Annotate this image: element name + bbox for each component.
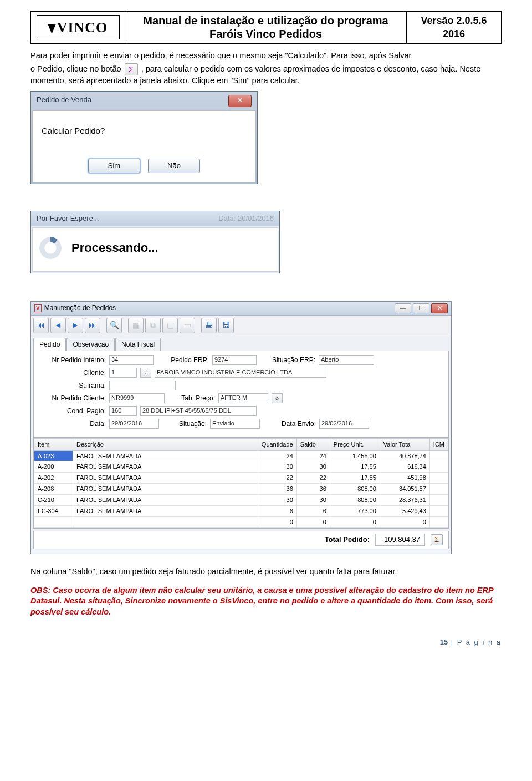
lbl-pedido-erp: Pedido ERP: <box>157 356 209 364</box>
lbl-nr-pedido-interno: Nr Pedido Interno: <box>40 356 106 364</box>
cell-icm <box>429 450 448 462</box>
processing-date-label: Data: <box>218 214 236 222</box>
items-table: Item Descrição Quantidade Saldo Preço Un… <box>34 438 448 528</box>
table-row[interactable]: A-023FAROL SEM LAMPADA24241.455,0040.878… <box>34 450 448 462</box>
sim-button[interactable]: Sim <box>88 159 140 173</box>
cell-unit: 1.455,00 <box>330 450 380 462</box>
cell-item: FC-304 <box>34 505 73 516</box>
minimize-icon[interactable]: — <box>395 303 411 313</box>
window-manutencao-pedidos: V Manutenção de Pedidos — ☐ ✕ ⏮ ◄ ► ⏭ 🔍 … <box>30 301 452 554</box>
table-row[interactable]: A-200FAROL SEM LAMPADA303017,55616,34 <box>34 462 448 473</box>
lbl-suframa: Suframa: <box>40 381 106 390</box>
cell-icm <box>429 484 448 495</box>
col-saldo: Saldo <box>296 438 330 450</box>
val-tab-preco[interactable]: AFTER M <box>218 393 268 403</box>
cell-item: A-200 <box>34 462 73 473</box>
cell-saldo: 24 <box>296 450 330 462</box>
val-cliente-nome[interactable]: FAROIS VINCO INDUSTRIA E COMERCIO LTDA <box>155 368 326 378</box>
vinco-small-icon: V <box>34 304 42 313</box>
dialog-body: Calcular Pedido? Sim Não <box>32 110 256 182</box>
save-icon[interactable]: 🖫 <box>218 318 234 333</box>
first-icon[interactable]: ⏮ <box>33 318 49 333</box>
val-pedido-erp[interactable]: 9274 <box>212 355 257 365</box>
page-number: 15 <box>440 638 448 646</box>
lookup-cliente-icon[interactable]: ⌕ <box>140 368 151 378</box>
cell-unit: 808,00 <box>330 494 380 505</box>
tab-pedido[interactable]: Pedido <box>33 338 66 351</box>
cell-unit: 773,00 <box>330 505 380 516</box>
tab-nota-fiscal[interactable]: Nota Fiscal <box>115 338 161 351</box>
vinco-logo: ▾ VINCO <box>37 15 120 39</box>
processing-title: Por Favor Espere... <box>37 214 99 224</box>
delete-icon[interactable]: ▢ <box>162 318 178 333</box>
paragraph-1-text: Para poder imprimir e enviar o pedido, é… <box>30 51 411 60</box>
page-text: | P á g i n a <box>448 638 502 646</box>
next-icon[interactable]: ► <box>68 318 83 333</box>
lbl-situacao: Situação: <box>162 419 207 428</box>
table-row[interactable]: FC-304FAROL SEM LAMPADA66773,005.429,43 <box>34 505 448 516</box>
col-unit: Preço Unit. <box>330 438 380 450</box>
cell-desc <box>73 516 258 528</box>
page-footer: 15 | P á g i n a <box>30 637 502 647</box>
close-icon[interactable]: ✕ <box>228 95 252 107</box>
cell-item: C-210 <box>34 494 73 505</box>
lookup-tab-preco-icon[interactable]: ⌕ <box>272 393 283 403</box>
find-icon[interactable]: 🔍 <box>106 318 122 333</box>
val-data[interactable]: 29/02/2016 <box>109 419 159 429</box>
val-situacao-erp[interactable]: Aberto <box>319 355 374 365</box>
table-row[interactable]: C-210FAROL SEM LAMPADA3030808,0028.376,3… <box>34 494 448 505</box>
cell-desc: FAROL SEM LAMPADA <box>73 494 258 505</box>
cell-item: A-208 <box>34 484 73 495</box>
table-row[interactable]: A-208FAROL SEM LAMPADA3636808,0034.051,5… <box>34 484 448 495</box>
cell-unit: 17,55 <box>330 473 380 484</box>
copy-icon[interactable]: ▭ <box>180 318 195 333</box>
table-row[interactable]: 0000 <box>34 516 448 528</box>
col-desc: Descrição <box>73 438 258 450</box>
cell-icm <box>429 473 448 484</box>
total-row: Total Pedido: 109.804,37 Σ <box>33 531 449 549</box>
prev-icon[interactable]: ◄ <box>50 318 66 333</box>
val-nr-pedido-interno[interactable]: 34 <box>109 355 154 365</box>
nao-underline: ã <box>172 161 176 170</box>
val-cliente-cod[interactable]: 1 <box>109 368 137 378</box>
version-line2: 2016 <box>443 27 465 40</box>
col-item: Item <box>34 438 73 450</box>
processing-date: Data: 20/01/2016 <box>218 214 274 224</box>
sum-icon[interactable]: Σ <box>431 534 443 545</box>
window-titlebar: V Manutenção de Pedidos — ☐ ✕ <box>31 302 451 316</box>
cell-icm <box>429 505 448 516</box>
nao-button[interactable]: Não <box>148 159 200 173</box>
col-icm: ICM <box>429 438 448 450</box>
table-header-row: Item Descrição Quantidade Saldo Preço Un… <box>34 438 448 450</box>
print-icon[interactable]: 🖶 <box>201 318 217 333</box>
last-icon[interactable]: ⏭ <box>85 318 100 333</box>
version-line1: Versão 2.0.5.6 <box>421 14 487 27</box>
processing-text: Processando... <box>71 240 158 256</box>
doc-header: ▾ VINCO Manual de instalação e utilizaçã… <box>30 11 502 44</box>
new-icon[interactable]: ▦ <box>128 318 144 333</box>
cell-desc: FAROL SEM LAMPADA <box>73 450 258 462</box>
form-area: Nr Pedido Interno: 34 Pedido ERP: 9274 S… <box>33 351 449 438</box>
doc-version: Versão 2.0.5.6 2016 <box>407 12 501 43</box>
tab-observacao[interactable]: Observação <box>66 338 115 351</box>
obs-paragraph: OBS: Caso ocorra de algum item não calcu… <box>30 585 502 618</box>
close-window-icon[interactable]: ✕ <box>431 303 448 313</box>
window-controls: — ☐ ✕ <box>395 303 448 313</box>
processing-body: Processando... <box>32 227 278 272</box>
lbl-situacao-erp: Situação ERP: <box>260 356 315 364</box>
val-cond-pagto-desc[interactable]: 28 DDL IPI+ST 45/55/65/75 DDL <box>140 406 257 416</box>
doc-title: Manual de instalação e utilização do pro… <box>125 12 407 43</box>
val-suframa[interactable] <box>109 381 176 390</box>
maximize-icon[interactable]: ☐ <box>413 303 429 313</box>
cell-total: 40.878,74 <box>380 450 429 462</box>
dialog-message: Calcular Pedido? <box>42 125 247 136</box>
val-data-envio[interactable]: 29/02/2016 <box>319 419 369 429</box>
cell-unit: 0 <box>330 516 380 528</box>
val-cond-pagto-cod[interactable]: 160 <box>109 406 137 416</box>
table-row[interactable]: A-202FAROL SEM LAMPADA222217,55451,98 <box>34 473 448 484</box>
edit-icon[interactable]: ⧉ <box>145 318 161 333</box>
val-situacao[interactable]: Enviado <box>210 419 260 429</box>
cell-saldo: 30 <box>296 462 330 473</box>
val-nr-pedido-cliente[interactable]: NR9999 <box>109 393 165 403</box>
tabs: Pedido Observação Nota Fiscal <box>31 336 451 351</box>
